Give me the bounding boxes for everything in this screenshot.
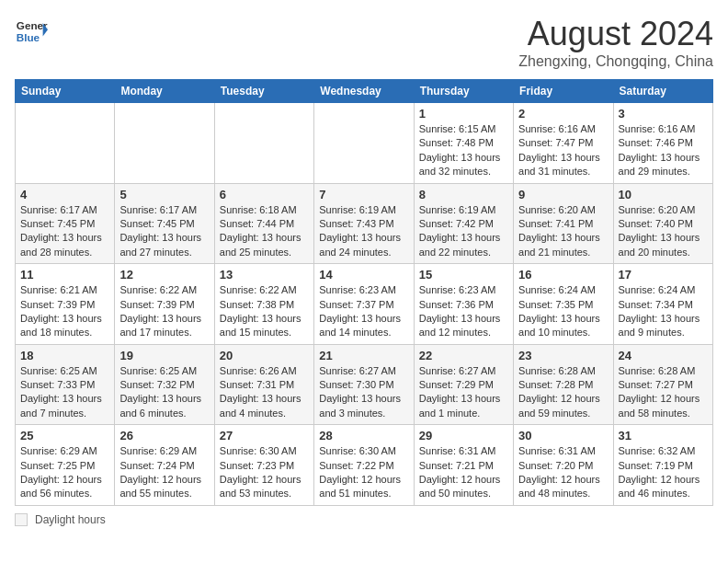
- title-area: August 2024 Zhengxing, Chongqing, China: [518, 15, 713, 70]
- day-number: 3: [619, 107, 708, 121]
- svg-text:Blue: Blue: [17, 31, 40, 43]
- calendar-cell: 9Sunrise: 6:20 AM Sunset: 7:41 PM Daylig…: [514, 183, 613, 264]
- calendar-cell: 13Sunrise: 6:22 AM Sunset: 7:38 PM Dayli…: [214, 264, 313, 345]
- day-number: 9: [518, 188, 608, 201]
- day-number: 15: [419, 268, 508, 282]
- calendar-cell: 27Sunrise: 6:30 AM Sunset: 7:23 PM Dayli…: [214, 425, 313, 506]
- day-info: Sunrise: 6:26 AM Sunset: 7:31 PM Dayligh…: [220, 364, 309, 421]
- calendar-cell: 10Sunrise: 6:20 AM Sunset: 7:40 PM Dayli…: [613, 183, 712, 264]
- day-number: 21: [319, 349, 408, 362]
- day-number: 14: [319, 268, 408, 282]
- calendar-cell: 16Sunrise: 6:24 AM Sunset: 7:35 PM Dayli…: [514, 264, 613, 345]
- day-number: 6: [220, 188, 309, 201]
- weekday-header: Tuesday: [214, 80, 313, 103]
- calendar-cell: [314, 103, 414, 184]
- footer: Daylight hours: [15, 513, 713, 526]
- calendar-cell: 26Sunrise: 6:29 AM Sunset: 7:24 PM Dayli…: [115, 425, 214, 506]
- day-number: 5: [119, 188, 209, 201]
- day-info: Sunrise: 6:31 AM Sunset: 7:21 PM Dayligh…: [419, 444, 508, 501]
- weekday-header: Thursday: [414, 80, 513, 103]
- calendar-cell: 3Sunrise: 6:16 AM Sunset: 7:46 PM Daylig…: [613, 103, 712, 184]
- calendar-cell: 12Sunrise: 6:22 AM Sunset: 7:39 PM Dayli…: [115, 264, 214, 345]
- calendar-row: 11Sunrise: 6:21 AM Sunset: 7:39 PM Dayli…: [16, 264, 713, 345]
- day-info: Sunrise: 6:20 AM Sunset: 7:41 PM Dayligh…: [518, 203, 608, 260]
- day-info: Sunrise: 6:19 AM Sunset: 7:42 PM Dayligh…: [419, 203, 508, 260]
- day-info: Sunrise: 6:27 AM Sunset: 7:29 PM Dayligh…: [419, 364, 508, 421]
- day-number: 31: [619, 429, 708, 442]
- day-number: 25: [20, 429, 109, 442]
- calendar-cell: 18Sunrise: 6:25 AM Sunset: 7:33 PM Dayli…: [16, 344, 115, 425]
- day-number: 23: [518, 349, 608, 362]
- day-info: Sunrise: 6:31 AM Sunset: 7:20 PM Dayligh…: [518, 444, 608, 501]
- calendar-cell: [214, 103, 313, 184]
- day-info: Sunrise: 6:25 AM Sunset: 7:33 PM Dayligh…: [20, 364, 109, 421]
- calendar-cell: 6Sunrise: 6:18 AM Sunset: 7:44 PM Daylig…: [214, 183, 313, 264]
- day-number: 17: [619, 268, 708, 282]
- day-info: Sunrise: 6:20 AM Sunset: 7:40 PM Dayligh…: [619, 203, 708, 260]
- day-info: Sunrise: 6:17 AM Sunset: 7:45 PM Dayligh…: [20, 203, 109, 260]
- day-number: 11: [20, 268, 109, 282]
- day-info: Sunrise: 6:24 AM Sunset: 7:35 PM Dayligh…: [518, 283, 608, 340]
- day-info: Sunrise: 6:29 AM Sunset: 7:25 PM Dayligh…: [20, 444, 109, 501]
- calendar-cell: 30Sunrise: 6:31 AM Sunset: 7:20 PM Dayli…: [514, 425, 613, 506]
- day-number: 29: [419, 429, 508, 442]
- location-title: Zhengxing, Chongqing, China: [518, 53, 713, 70]
- weekday-header: Saturday: [613, 80, 712, 103]
- day-number: 30: [518, 429, 608, 442]
- calendar-cell: [115, 103, 214, 184]
- calendar-cell: 29Sunrise: 6:31 AM Sunset: 7:21 PM Dayli…: [414, 425, 513, 506]
- calendar-cell: 19Sunrise: 6:25 AM Sunset: 7:32 PM Dayli…: [115, 344, 214, 425]
- day-info: Sunrise: 6:19 AM Sunset: 7:43 PM Dayligh…: [319, 203, 408, 260]
- day-number: 20: [220, 349, 309, 362]
- weekday-header-row: SundayMondayTuesdayWednesdayThursdayFrid…: [16, 80, 713, 103]
- day-info: Sunrise: 6:29 AM Sunset: 7:24 PM Dayligh…: [119, 444, 209, 501]
- day-info: Sunrise: 6:30 AM Sunset: 7:22 PM Dayligh…: [319, 444, 408, 501]
- day-number: 18: [20, 349, 109, 362]
- calendar-cell: 2Sunrise: 6:16 AM Sunset: 7:47 PM Daylig…: [514, 103, 613, 184]
- calendar-cell: 8Sunrise: 6:19 AM Sunset: 7:42 PM Daylig…: [414, 183, 513, 264]
- day-number: 27: [220, 429, 309, 442]
- day-number: 28: [319, 429, 408, 442]
- day-info: Sunrise: 6:23 AM Sunset: 7:36 PM Dayligh…: [419, 283, 508, 340]
- calendar-cell: 31Sunrise: 6:32 AM Sunset: 7:19 PM Dayli…: [613, 425, 712, 506]
- weekday-header: Monday: [115, 80, 214, 103]
- day-info: Sunrise: 6:21 AM Sunset: 7:39 PM Dayligh…: [20, 283, 109, 340]
- calendar-cell: 23Sunrise: 6:28 AM Sunset: 7:28 PM Dayli…: [514, 344, 613, 425]
- calendar-cell: 15Sunrise: 6:23 AM Sunset: 7:36 PM Dayli…: [414, 264, 513, 345]
- calendar-cell: 24Sunrise: 6:28 AM Sunset: 7:27 PM Dayli…: [613, 344, 712, 425]
- day-info: Sunrise: 6:16 AM Sunset: 7:46 PM Dayligh…: [619, 122, 708, 179]
- weekday-header: Friday: [514, 80, 613, 103]
- calendar-cell: 21Sunrise: 6:27 AM Sunset: 7:30 PM Dayli…: [314, 344, 414, 425]
- day-number: 22: [419, 349, 508, 362]
- day-info: Sunrise: 6:22 AM Sunset: 7:39 PM Dayligh…: [119, 283, 209, 340]
- day-info: Sunrise: 6:25 AM Sunset: 7:32 PM Dayligh…: [119, 364, 209, 421]
- calendar-row: 1Sunrise: 6:15 AM Sunset: 7:48 PM Daylig…: [16, 103, 713, 184]
- calendar-cell: 20Sunrise: 6:26 AM Sunset: 7:31 PM Dayli…: [214, 344, 313, 425]
- day-info: Sunrise: 6:22 AM Sunset: 7:38 PM Dayligh…: [220, 283, 309, 340]
- calendar-table: SundayMondayTuesdayWednesdayThursdayFrid…: [15, 79, 713, 506]
- day-info: Sunrise: 6:18 AM Sunset: 7:44 PM Dayligh…: [220, 203, 309, 260]
- calendar-row: 18Sunrise: 6:25 AM Sunset: 7:33 PM Dayli…: [16, 344, 713, 425]
- day-info: Sunrise: 6:24 AM Sunset: 7:34 PM Dayligh…: [619, 283, 708, 340]
- calendar-cell: 11Sunrise: 6:21 AM Sunset: 7:39 PM Dayli…: [16, 264, 115, 345]
- weekday-header: Sunday: [16, 80, 115, 103]
- day-info: Sunrise: 6:17 AM Sunset: 7:45 PM Dayligh…: [119, 203, 209, 260]
- day-info: Sunrise: 6:23 AM Sunset: 7:37 PM Dayligh…: [319, 283, 408, 340]
- day-number: 2: [518, 107, 608, 121]
- day-number: 10: [619, 188, 708, 201]
- day-number: 13: [220, 268, 309, 282]
- calendar-cell: 7Sunrise: 6:19 AM Sunset: 7:43 PM Daylig…: [314, 183, 414, 264]
- daylight-box: [15, 513, 28, 526]
- calendar-cell: 4Sunrise: 6:17 AM Sunset: 7:45 PM Daylig…: [16, 183, 115, 264]
- logo-icon: General Blue: [15, 15, 48, 48]
- header: General Blue August 2024 Zhengxing, Chon…: [15, 15, 713, 70]
- day-info: Sunrise: 6:28 AM Sunset: 7:27 PM Dayligh…: [619, 364, 708, 421]
- day-info: Sunrise: 6:30 AM Sunset: 7:23 PM Dayligh…: [220, 444, 309, 501]
- day-number: 19: [119, 349, 209, 362]
- day-info: Sunrise: 6:27 AM Sunset: 7:30 PM Dayligh…: [319, 364, 408, 421]
- logo: General Blue: [15, 15, 48, 48]
- calendar-cell: 1Sunrise: 6:15 AM Sunset: 7:48 PM Daylig…: [414, 103, 513, 184]
- day-number: 24: [619, 349, 708, 362]
- day-info: Sunrise: 6:16 AM Sunset: 7:47 PM Dayligh…: [518, 122, 608, 179]
- weekday-header: Wednesday: [314, 80, 414, 103]
